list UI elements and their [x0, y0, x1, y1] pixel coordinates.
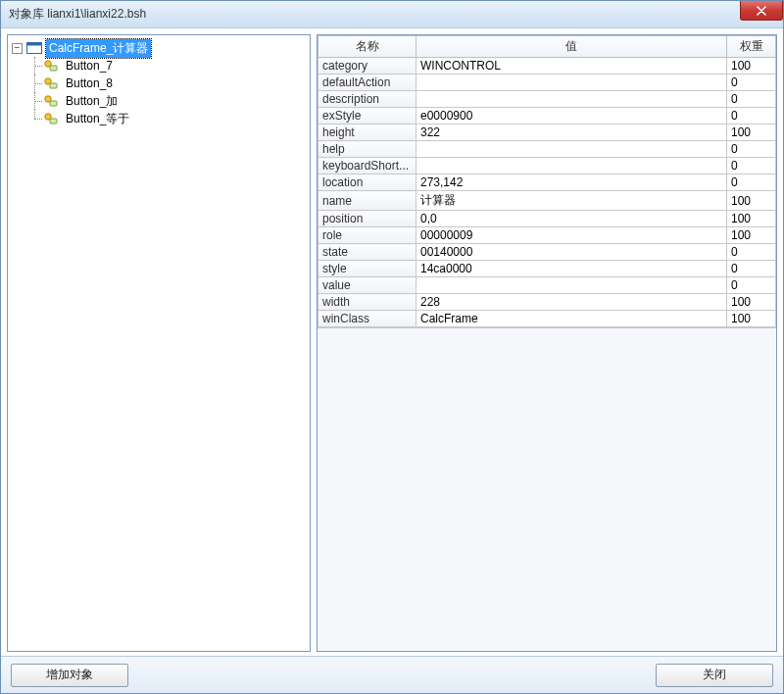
table-row[interactable]: location273,1420 [318, 174, 776, 191]
content-area: − CalcFrame_计算器 Button_7Button_8Button_加… [1, 28, 783, 693]
tree-child-label[interactable]: Button_加 [63, 92, 121, 111]
col-value[interactable]: 值 [416, 36, 727, 58]
cell-value[interactable]: 228 [416, 294, 727, 311]
svg-rect-7 [50, 101, 57, 106]
table-row[interactable]: categoryWINCONTROL100 [318, 58, 776, 74]
cell-weight[interactable]: 0 [727, 158, 776, 174]
cell-weight[interactable]: 100 [727, 311, 776, 327]
cell-value[interactable]: 322 [416, 124, 727, 141]
close-icon [757, 6, 766, 16]
cell-value[interactable] [416, 141, 727, 158]
table-row[interactable]: width228100 [318, 294, 776, 311]
cell-name: role [318, 227, 416, 244]
table-row[interactable]: role00000009100 [318, 227, 776, 244]
cell-weight[interactable]: 0 [727, 74, 776, 91]
table-row[interactable]: name计算器100 [318, 191, 776, 211]
tree-child-label[interactable]: Button_等于 [63, 110, 132, 128]
titlebar: 对象库 lianxi1\lianxi22.bsh [1, 1, 783, 28]
cell-weight[interactable]: 0 [727, 174, 776, 191]
cell-weight[interactable]: 100 [727, 227, 776, 244]
cell-value[interactable]: WINCONTROL [416, 58, 727, 74]
svg-rect-5 [50, 83, 57, 88]
button-icon [43, 58, 59, 74]
cell-name: exStyle [318, 108, 416, 124]
cell-weight[interactable]: 0 [727, 277, 776, 294]
tree-root-row[interactable]: − CalcFrame_计算器 [10, 39, 308, 57]
cell-value[interactable] [416, 74, 727, 91]
tree-child-row[interactable]: Button_8 [10, 74, 308, 92]
svg-rect-1 [27, 43, 42, 46]
split-panes: − CalcFrame_计算器 Button_7Button_8Button_加… [1, 28, 783, 656]
tree-root-label[interactable]: CalcFrame_计算器 [46, 39, 151, 58]
footer-bar: 增加对象 关闭 [1, 656, 783, 693]
add-object-button[interactable]: 增加对象 [11, 664, 128, 687]
button-icon [43, 111, 59, 126]
cell-weight[interactable]: 0 [727, 244, 776, 261]
cell-name: position [318, 211, 416, 227]
collapse-icon[interactable]: − [12, 43, 23, 54]
table-row[interactable]: exStylee00009000 [318, 108, 776, 124]
close-dialog-button[interactable]: 关闭 [656, 664, 773, 687]
tree-child-row[interactable]: Button_7 [10, 57, 308, 74]
cell-weight[interactable]: 0 [727, 91, 776, 108]
cell-value[interactable]: CalcFrame [416, 311, 727, 327]
tree-connector-icon [29, 74, 43, 92]
cell-name: state [318, 244, 416, 261]
properties-table[interactable]: 名称 值 权重 categoryWINCONTROL100defaultActi… [318, 35, 776, 327]
cell-weight[interactable]: 0 [727, 141, 776, 158]
tree-child-row[interactable]: Button_加 [10, 92, 308, 110]
col-weight[interactable]: 权重 [727, 36, 776, 58]
table-row[interactable]: style14ca00000 [318, 261, 776, 277]
cell-name: keyboardShort... [318, 158, 416, 174]
cell-name: defaultAction [318, 74, 416, 91]
cell-name: winClass [318, 311, 416, 327]
table-empty-area [318, 327, 776, 651]
table-row[interactable]: defaultAction0 [318, 74, 776, 91]
tree-connector-icon [29, 110, 43, 127]
cell-weight[interactable]: 0 [727, 261, 776, 277]
tree-child-row[interactable]: Button_等于 [10, 110, 308, 127]
cell-value[interactable]: 计算器 [416, 191, 727, 211]
cell-value[interactable]: 00000009 [416, 227, 727, 244]
tree-pane[interactable]: − CalcFrame_计算器 Button_7Button_8Button_加… [7, 34, 311, 652]
button-icon [43, 75, 59, 91]
table-row[interactable]: position0,0100 [318, 211, 776, 227]
cell-value[interactable]: 273,142 [416, 174, 727, 191]
tree-child-label[interactable]: Button_7 [63, 58, 116, 74]
cell-value[interactable] [416, 158, 727, 174]
cell-value[interactable] [416, 91, 727, 108]
col-name[interactable]: 名称 [318, 36, 416, 58]
cell-name: style [318, 261, 416, 277]
cell-name: name [318, 191, 416, 211]
table-row[interactable]: keyboardShort...0 [318, 158, 776, 174]
cell-weight[interactable]: 100 [727, 294, 776, 311]
cell-name: width [318, 294, 416, 311]
button-icon [43, 93, 59, 109]
cell-name: category [318, 58, 416, 74]
window-root: 对象库 lianxi1\lianxi22.bsh − [0, 0, 784, 694]
tree-child-label[interactable]: Button_8 [63, 75, 116, 91]
object-tree: − CalcFrame_计算器 Button_7Button_8Button_加… [10, 39, 308, 127]
cell-weight[interactable]: 100 [727, 124, 776, 141]
cell-value[interactable] [416, 277, 727, 294]
cell-value[interactable]: 14ca0000 [416, 261, 727, 277]
svg-rect-9 [50, 119, 57, 124]
cell-value[interactable]: 00140000 [416, 244, 727, 261]
table-row[interactable]: height322100 [318, 124, 776, 141]
cell-weight[interactable]: 100 [727, 191, 776, 211]
table-row[interactable]: state001400000 [318, 244, 776, 261]
cell-value[interactable]: 0,0 [416, 211, 727, 227]
cell-weight[interactable]: 0 [727, 108, 776, 124]
cell-name: description [318, 91, 416, 108]
cell-value[interactable]: e0000900 [416, 108, 727, 124]
close-button[interactable] [740, 1, 783, 21]
cell-name: value [318, 277, 416, 294]
table-row[interactable]: value0 [318, 277, 776, 294]
window-icon [26, 40, 42, 56]
table-header-row: 名称 值 权重 [318, 36, 776, 58]
table-row[interactable]: help0 [318, 141, 776, 158]
cell-weight[interactable]: 100 [727, 58, 776, 74]
cell-weight[interactable]: 100 [727, 211, 776, 227]
table-row[interactable]: winClassCalcFrame100 [318, 311, 776, 327]
table-row[interactable]: description0 [318, 91, 776, 108]
